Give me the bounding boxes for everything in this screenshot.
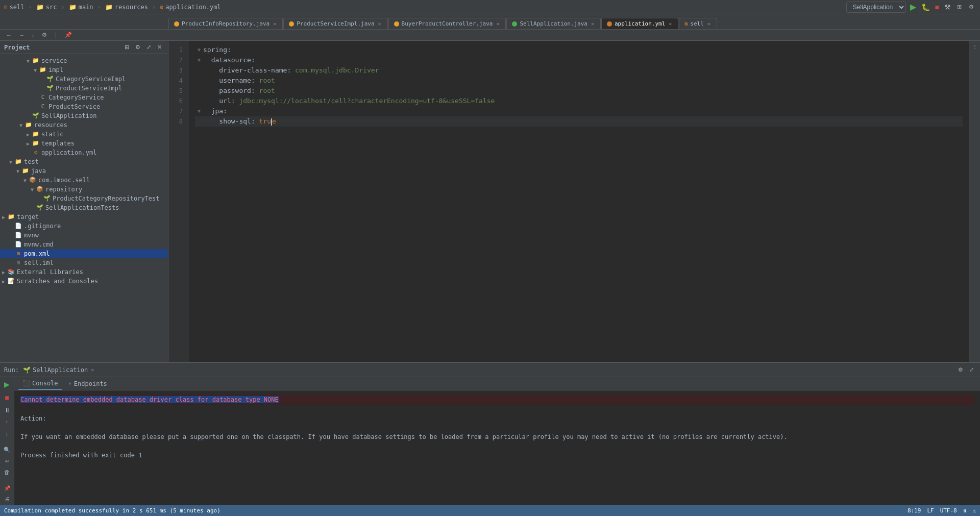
build-button[interactable]: ⚒	[943, 3, 952, 11]
editor-forward-button[interactable]: →	[17, 31, 27, 39]
tree-item-impl[interactable]: ▼ 📁 impl	[0, 65, 168, 75]
breadcrumb-yml[interactable]: ⚙ application.yml	[160, 4, 221, 11]
right-toolbar-btn-1[interactable]: ⋮	[970, 43, 979, 51]
run-scroll-down[interactable]: ↓	[4, 429, 11, 437]
tree-item-ProductServiceImpl[interactable]: 🌱 ProductServiceImpl	[0, 84, 168, 93]
bottom-panel: Run: 🌱 SellApplication ✕ ⚙ ⤢ ▶ ■ ⏸ ↑ ↓ 🔍…	[0, 362, 980, 505]
sidebar-close-button[interactable]: ✕	[155, 43, 164, 52]
run-pause-button[interactable]: ⏸	[2, 406, 12, 415]
run-stop-button[interactable]: ■	[3, 392, 11, 403]
tree-item-sell-iml[interactable]: m sell.iml	[0, 258, 168, 267]
tab-close-BuyerProductController[interactable]: ✕	[495, 21, 500, 27]
sidebar-collapse-button[interactable]: ⊞	[122, 43, 131, 52]
run-tab-app[interactable]: 🌱 SellApplication ✕	[23, 366, 95, 374]
sidebar-settings-button[interactable]: ⚙	[133, 43, 142, 52]
run-pin-button[interactable]: 📌	[2, 484, 12, 492]
folder-icon-src: 📁	[36, 4, 44, 11]
tree-item-SellApplicationTests[interactable]: 🌱 SellApplicationTests	[0, 203, 168, 212]
tree-item-CategoryServiceImpl[interactable]: 🌱 CategoryServiceImpl	[0, 75, 168, 84]
run-print-button[interactable]: 🖨	[3, 495, 12, 503]
layout-button[interactable]: ⊞	[955, 3, 964, 11]
run-button[interactable]: ▶	[909, 2, 917, 12]
settings-button[interactable]: ⚙	[967, 3, 976, 11]
breadcrumb-sep-2: ›	[61, 4, 64, 11]
run-word-wrap-button[interactable]: ↩	[3, 457, 11, 465]
file-tree: ▼ 📁 service ▼ 📁 impl 🌱 CategoryServiceIm…	[0, 54, 168, 362]
tab-close-SellApplication[interactable]: ✕	[590, 21, 595, 27]
tree-item-test[interactable]: ▼ 📁 test	[0, 157, 168, 166]
tab-ProductServiceImpl[interactable]: ProductServiceImpl.java ✕	[283, 18, 387, 29]
encoding-indicator[interactable]: UTF-8	[940, 507, 957, 514]
stop-button[interactable]: ■	[934, 3, 940, 11]
tree-label-java-test: java	[31, 167, 46, 175]
tab-close-ProductServiceImpl[interactable]: ✕	[377, 21, 382, 27]
tree-item-static[interactable]: ▶ 📁 static	[0, 130, 168, 139]
warning-icon: ⚠	[972, 507, 976, 514]
breadcrumb-sell[interactable]: m sell	[4, 4, 24, 11]
git-icon: ⇅	[963, 507, 967, 514]
tab-close-sell[interactable]: ✕	[706, 21, 712, 27]
tab-ProductInfoRepository[interactable]: ProductInfoRepository.java ✕	[168, 18, 283, 29]
spring-icon-SellApplicationTests: 🌱	[36, 204, 44, 211]
yaml-colon-7: :	[223, 107, 227, 115]
bottom-settings-button[interactable]: ⚙	[956, 365, 965, 374]
breadcrumb-src[interactable]: 📁 src	[36, 4, 57, 11]
tab-application-yml[interactable]: application.yml ✕	[601, 18, 678, 29]
debug-button[interactable]: 🐛	[920, 3, 931, 11]
sidebar-expand-button[interactable]: ⤢	[144, 43, 153, 52]
tree-label-pom-xml: pom.xml	[24, 250, 50, 257]
code-editor[interactable]: ▼ spring: ▼ datasource: driv	[189, 41, 969, 362]
run-filter-button[interactable]: 🔍	[2, 446, 13, 454]
tree-item-mvnw-cmd[interactable]: 📄 mvnw.cmd	[0, 240, 168, 249]
file-icon-gitignore: 📄	[14, 223, 22, 230]
tree-item-ProductCategoryRepositoryTest[interactable]: 🌱 ProductCategoryRepositoryTest	[0, 194, 168, 203]
line-num-4: 4	[168, 76, 185, 86]
yaml-key-url: url	[219, 97, 231, 105]
tab-label-BuyerProductController: BuyerProductController.java	[402, 20, 493, 27]
tree-item-scratches[interactable]: ▶ 📝 Scratches and Consoles	[0, 277, 168, 286]
breadcrumb-main[interactable]: 📁 main	[69, 4, 93, 11]
fold-7[interactable]: ▼	[195, 106, 203, 116]
tab-close-application-yml[interactable]: ✕	[668, 21, 673, 27]
tree-item-gitignore[interactable]: 📄 .gitignore	[0, 222, 168, 231]
run-play-button[interactable]: ▶	[2, 379, 12, 389]
editor-recent-button[interactable]: ↓	[30, 31, 37, 39]
tree-arrow-test: ▼	[7, 159, 14, 165]
fold-1[interactable]: ▼	[195, 45, 203, 55]
run-clear-button[interactable]: 🗑	[2, 468, 12, 476]
app-selector[interactable]: SellApplication	[846, 2, 906, 13]
tree-item-java-test[interactable]: ▼ 📁 java	[0, 166, 168, 176]
tab-console[interactable]: ⬛ Console	[18, 378, 62, 390]
yaml-value-showsql: tru	[255, 117, 271, 125]
tree-item-ProductService[interactable]: C ProductService	[0, 102, 168, 111]
tree-item-application-yml[interactable]: ⚙ application.yml	[0, 148, 168, 157]
lf-indicator[interactable]: LF	[927, 507, 934, 514]
fold-2[interactable]: ▼	[195, 55, 203, 65]
editor-pin-button[interactable]: 📌	[63, 31, 74, 39]
tab-endpoints[interactable]: ⚡ Endpoints	[64, 378, 111, 389]
tree-item-templates[interactable]: ▶ 📁 templates	[0, 139, 168, 148]
tab-sell[interactable]: m sell ✕	[679, 18, 717, 29]
editor-back-button[interactable]: ←	[4, 31, 14, 39]
tab-SellApplication[interactable]: SellApplication.java ✕	[506, 18, 600, 29]
tab-close-ProductInfoRepository[interactable]: ✕	[272, 21, 277, 27]
breadcrumb-resources[interactable]: 📁 resources	[105, 4, 148, 11]
bottom-expand-button[interactable]: ⤢	[967, 365, 976, 374]
tree-item-mvnw[interactable]: 📄 mvnw	[0, 231, 168, 240]
tree-item-pom-xml[interactable]: m pom.xml	[0, 249, 168, 258]
editor-area: 1 2 3 4 5 6 7 8 ▼ spring:	[168, 41, 980, 362]
editor-settings-button[interactable]: ⚙	[40, 31, 49, 39]
tree-item-resources[interactable]: ▼ 📁 resources	[0, 120, 168, 130]
tree-item-repository[interactable]: ▼ 📦 repository	[0, 185, 168, 194]
tab-BuyerProductController[interactable]: BuyerProductController.java ✕	[388, 18, 506, 29]
code-text-7: jpa:	[203, 106, 963, 116]
tree-item-target[interactable]: ▶ 📁 target	[0, 212, 168, 222]
run-scroll-up[interactable]: ↑	[4, 418, 11, 426]
tree-item-external-libraries[interactable]: ▶ 📚 External Libraries	[0, 267, 168, 277]
tree-item-service[interactable]: ▼ 📁 service	[0, 56, 168, 65]
tree-item-CategoryService[interactable]: C CategoryService	[0, 93, 168, 102]
tree-item-SellApplication[interactable]: 🌱 SellApplication	[0, 111, 168, 120]
cursor-position[interactable]: 8:19	[908, 507, 921, 514]
run-tab-close[interactable]: ✕	[90, 367, 95, 373]
tree-item-com-imooc-sell[interactable]: ▼ 📦 com.imooc.sell	[0, 176, 168, 185]
